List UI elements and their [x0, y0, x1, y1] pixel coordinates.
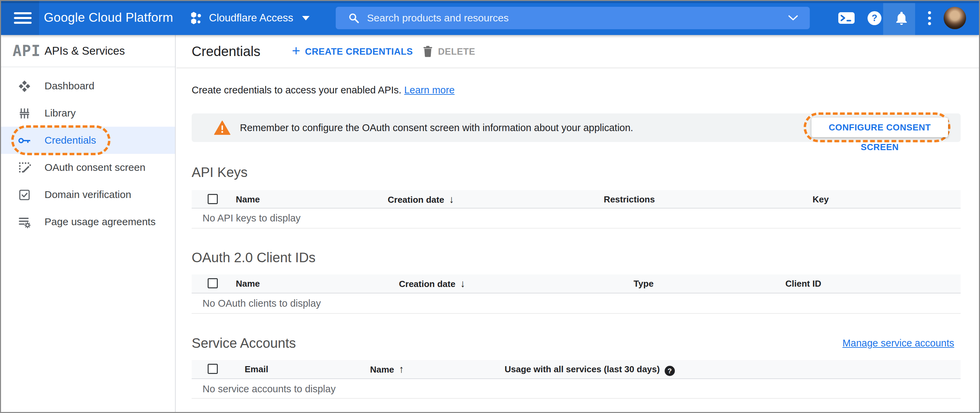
api-keys-section-title: API Keys: [192, 164, 248, 181]
banner-message: Remember to configure the OAuth consent …: [240, 113, 633, 142]
api-keys-table-header: Name Creation date↓ Restrictions Key: [192, 190, 961, 208]
sidebar-item-library[interactable]: Library: [1, 100, 175, 127]
service-accounts-empty-row: No service accounts to display: [192, 380, 961, 399]
project-name: Cloudflare Access: [209, 12, 293, 24]
consent-button-annotation-outline: CONFIGURE CONSENT SCREEN: [803, 113, 950, 142]
column-header-type: Type: [593, 275, 695, 293]
column-header-name[interactable]: Name↑: [370, 360, 404, 378]
api-product-icon: API: [13, 35, 40, 67]
sort-descending-icon: ↓: [449, 194, 454, 205]
library-icon: [18, 107, 31, 120]
chevron-down-icon[interactable]: [788, 15, 798, 21]
dashboard-icon: [18, 80, 31, 93]
sidebar-header: API APIs & Services: [1, 35, 175, 67]
configure-consent-screen-button[interactable]: CONFIGURE CONSENT SCREEN: [811, 118, 948, 137]
column-header-name: Name: [236, 275, 260, 293]
sort-ascending-icon: ↑: [399, 364, 404, 375]
column-header-key: Key: [770, 190, 872, 208]
api-keys-empty-row: No API keys to display: [192, 208, 961, 229]
project-hexagon-icon: [190, 11, 204, 25]
account-avatar[interactable]: [943, 7, 966, 29]
service-accounts-table-header: Email Name↑ Usage with all services (las…: [192, 360, 961, 379]
oauth-clients-empty-row: No OAuth clients to display: [192, 294, 961, 314]
gcp-logo[interactable]: Google Cloud Platform: [44, 1, 173, 35]
warning-icon: [214, 120, 231, 135]
sidebar-item-domain-verification[interactable]: Domain verification: [1, 181, 175, 208]
search-input[interactable]: [367, 12, 788, 24]
sidebar-item-page-usage-agreements[interactable]: Page usage agreements: [1, 208, 175, 235]
oauth-clients-table-header: Name Creation date↓ Type Client ID: [192, 275, 961, 294]
gcp-credentials-page: Google Cloud Platform Cloudflare Access: [0, 0, 980, 413]
column-header-creation-date[interactable]: Creation date↓: [388, 190, 454, 208]
column-header-client-id: Client ID: [752, 275, 854, 293]
more-options-icon[interactable]: [926, 1, 933, 35]
column-header-creation-date[interactable]: Creation date↓: [399, 275, 465, 293]
sidebar: API APIs & Services Dashboard Library: [1, 35, 176, 412]
learn-more-link[interactable]: Learn more: [404, 84, 454, 95]
page-title: Credentials: [192, 35, 260, 68]
select-all-checkbox[interactable]: [208, 278, 218, 288]
service-accounts-section-title: Service Accounts: [192, 334, 296, 352]
delete-button[interactable]: DELETE: [423, 35, 476, 68]
search-icon: [348, 12, 360, 24]
credentials-toolbar: Credentials + CREATE CREDENTIALS DELETE: [177, 35, 979, 68]
notifications-bell-icon[interactable]: [895, 1, 908, 35]
help-icon[interactable]: ?: [867, 1, 881, 35]
project-selector[interactable]: Cloudflare Access: [190, 1, 310, 35]
chevron-down-icon: [302, 16, 310, 21]
sidebar-title: APIs & Services: [45, 35, 125, 67]
cloud-shell-icon[interactable]: [838, 1, 855, 35]
sidebar-item-credentials[interactable]: Credentials: [1, 127, 175, 154]
domain-verification-icon: [18, 189, 31, 202]
select-all-checkbox[interactable]: [208, 194, 218, 204]
top-nav-bar: Google Cloud Platform Cloudflare Access: [1, 1, 979, 35]
intro-text: Create credentials to access your enable…: [192, 83, 455, 97]
column-header-usage: Usage with all services (last 30 days)?: [504, 360, 675, 378]
column-header-email: Email: [245, 360, 268, 378]
trash-icon: [423, 46, 433, 58]
select-all-checkbox[interactable]: [208, 364, 218, 374]
column-header-restrictions: Restrictions: [578, 190, 680, 208]
sidebar-item-oauth-consent-screen[interactable]: OAuth consent screen: [1, 154, 175, 181]
main-content: Credentials + CREATE CREDENTIALS DELETE …: [177, 35, 979, 412]
oauth-consent-icon: [18, 161, 31, 174]
page-usage-agreements-icon: [18, 216, 31, 229]
plus-icon: +: [292, 43, 301, 59]
column-header-name: Name: [236, 190, 260, 208]
usage-help-icon[interactable]: ?: [665, 366, 675, 376]
sort-descending-icon: ↓: [460, 278, 465, 289]
hamburger-menu-icon[interactable]: [14, 12, 32, 24]
key-icon: [18, 134, 31, 147]
create-credentials-button[interactable]: + CREATE CREDENTIALS: [292, 35, 413, 68]
search-bar[interactable]: [336, 7, 810, 29]
manage-service-accounts-link[interactable]: Manage service accounts: [842, 334, 954, 352]
oauth-clients-section-title: OAuth 2.0 Client IDs: [192, 249, 316, 266]
sidebar-item-dashboard[interactable]: Dashboard: [1, 72, 175, 100]
